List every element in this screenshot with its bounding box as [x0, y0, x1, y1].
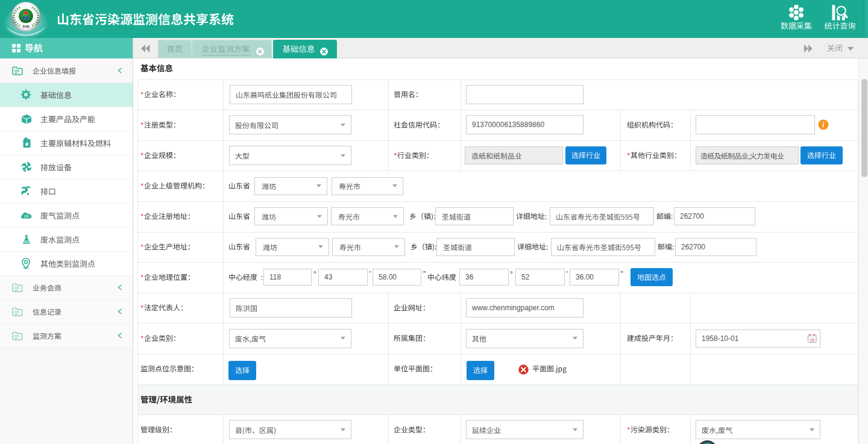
svg-text:15: 15 [810, 338, 814, 342]
svg-text:co: co [24, 214, 29, 218]
svg-text:ZHB: ZHB [22, 25, 30, 28]
